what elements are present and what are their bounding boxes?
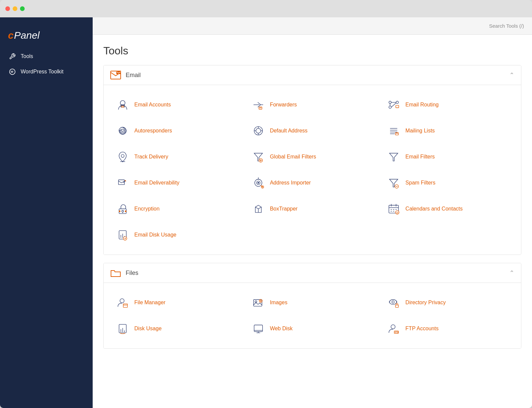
svg-point-23 xyxy=(121,154,124,157)
sidebar-item-wordpress-toolkit[interactable]: W WordPress Toolkit xyxy=(4,64,89,79)
email-routing-label: Email Routing xyxy=(405,102,439,108)
sidebar-wordpress-label: WordPress Toolkit xyxy=(21,69,63,75)
ftp-accounts-icon: FTP xyxy=(387,322,401,336)
encryption-icon xyxy=(116,202,130,216)
directory-privacy-icon xyxy=(387,296,401,310)
page-content: Tools Email xyxy=(93,35,532,367)
track-delivery-icon xyxy=(116,150,130,164)
email-accounts-icon xyxy=(116,98,130,112)
tool-email-accounts[interactable]: Email Accounts xyxy=(109,92,245,118)
boxtrapper-icon xyxy=(251,202,265,216)
wrench-icon xyxy=(9,53,16,60)
sidebar-tools-label: Tools xyxy=(21,53,33,59)
svg-point-32 xyxy=(258,182,259,183)
tool-global-email-filters[interactable]: Global Email Filters xyxy=(245,144,380,170)
email-filters-icon xyxy=(387,150,401,164)
tool-boxtrapper[interactable]: BoxTrapper xyxy=(245,196,380,222)
files-section-header[interactable]: Files ⌃ xyxy=(104,263,521,283)
svg-point-17 xyxy=(256,128,260,133)
search-tools-link[interactable]: Search Tools (/) xyxy=(489,23,524,29)
svg-point-64 xyxy=(390,300,397,304)
tool-autoresponders[interactable]: Autoresponders xyxy=(109,118,245,144)
email-section-icon xyxy=(110,71,121,79)
calendars-contacts-label: Calendars and Contacts xyxy=(405,206,463,212)
svg-point-12 xyxy=(389,106,391,108)
tool-file-manager[interactable]: File Manager xyxy=(109,290,245,316)
maximize-button[interactable] xyxy=(20,6,25,11)
svg-rect-5 xyxy=(116,71,121,74)
email-accounts-label: Email Accounts xyxy=(134,102,171,108)
email-disk-usage-label: Email Disk Usage xyxy=(134,232,176,238)
svg-point-73 xyxy=(391,325,395,329)
sidebar-item-tools[interactable]: Tools xyxy=(4,49,89,64)
email-section: Email ⌃ xyxy=(103,65,521,255)
svg-text:@: @ xyxy=(396,211,399,214)
svg-point-56 xyxy=(120,299,124,303)
email-deliverability-icon xyxy=(116,176,130,190)
email-section-header-left: Email xyxy=(110,71,141,79)
tool-email-deliverability[interactable]: Email Deliverability xyxy=(109,170,245,196)
tool-forwarders[interactable]: Forwarders xyxy=(245,92,380,118)
tool-track-delivery[interactable]: Track Delivery xyxy=(109,144,245,170)
default-address-label: Default Address xyxy=(270,128,308,134)
tool-encryption[interactable]: Encryption xyxy=(109,196,245,222)
email-section-title: Email xyxy=(126,72,141,79)
tool-email-filters[interactable]: Email Filters xyxy=(380,144,516,170)
disk-usage-label: Disk Usage xyxy=(134,326,162,332)
tool-default-address[interactable]: Default Address xyxy=(245,118,380,144)
page-title: Tools xyxy=(103,45,521,57)
spam-filters-icon xyxy=(387,176,401,190)
svg-rect-13 xyxy=(396,105,399,108)
svg-text:c: c xyxy=(8,30,14,41)
tool-ftp-accounts[interactable]: FTP FTP Accounts xyxy=(380,316,516,342)
address-importer-label: Address Importer xyxy=(270,180,311,186)
default-address-icon xyxy=(251,124,265,138)
svg-rect-57 xyxy=(123,304,128,308)
autoresponders-icon xyxy=(116,124,130,138)
tool-web-disk[interactable]: Web Disk xyxy=(245,316,380,342)
files-section-title: Files xyxy=(126,270,138,277)
tool-address-importer[interactable]: Address Importer xyxy=(245,170,380,196)
email-tools-grid: Email Accounts xyxy=(109,92,516,248)
tool-calendars-contacts[interactable]: @ Calendars and Contacts xyxy=(380,196,516,222)
tool-directory-privacy[interactable]: Directory Privacy xyxy=(380,290,516,316)
svg-rect-66 xyxy=(396,305,399,307)
files-section-icon xyxy=(110,269,121,277)
app-layout: c Panel Tools xyxy=(0,17,532,408)
main-content: Search Tools (/) Tools xyxy=(93,17,532,408)
images-icon xyxy=(251,296,265,310)
email-routing-icon xyxy=(387,98,401,112)
boxtrapper-label: BoxTrapper xyxy=(270,206,298,212)
tool-email-disk-usage[interactable]: Email Disk Usage xyxy=(109,222,245,248)
cpanel-logo: c Panel xyxy=(0,24,93,49)
svg-text:W: W xyxy=(11,70,13,73)
files-section-chevron[interactable]: ⌃ xyxy=(509,269,514,277)
file-manager-label: File Manager xyxy=(134,300,165,306)
disk-usage-icon xyxy=(116,322,130,336)
svg-text:Panel: Panel xyxy=(14,30,40,41)
tool-disk-usage[interactable]: Disk Usage xyxy=(109,316,245,342)
top-bar: Search Tools (/) xyxy=(93,17,532,35)
spam-filters-label: Spam Filters xyxy=(405,180,435,186)
email-section-header[interactable]: Email ⌃ xyxy=(104,65,521,85)
svg-point-14 xyxy=(119,127,126,134)
tool-spam-filters[interactable]: Spam Filters xyxy=(380,170,516,196)
forwarders-label: Forwarders xyxy=(270,102,297,108)
tool-email-routing[interactable]: Email Routing xyxy=(380,92,516,118)
directory-privacy-label: Directory Privacy xyxy=(405,300,446,306)
app-window: c Panel Tools xyxy=(0,0,532,408)
svg-point-41 xyxy=(119,211,120,212)
tool-images[interactable]: Images xyxy=(245,290,380,316)
global-email-filters-icon xyxy=(251,150,265,164)
mailing-lists-label: Mailing Lists xyxy=(405,128,435,134)
svg-point-10 xyxy=(389,101,391,103)
sidebar: c Panel Tools xyxy=(0,17,93,408)
svg-text:FTP: FTP xyxy=(395,331,399,334)
email-section-chevron[interactable]: ⌃ xyxy=(509,71,514,79)
minimize-button[interactable] xyxy=(13,6,17,11)
email-section-body: Email Accounts xyxy=(104,85,521,255)
wordpress-icon: W xyxy=(9,68,16,75)
tool-mailing-lists[interactable]: Mailing Lists xyxy=(380,118,516,144)
email-filters-label: Email Filters xyxy=(405,154,435,160)
close-button[interactable] xyxy=(5,6,10,11)
